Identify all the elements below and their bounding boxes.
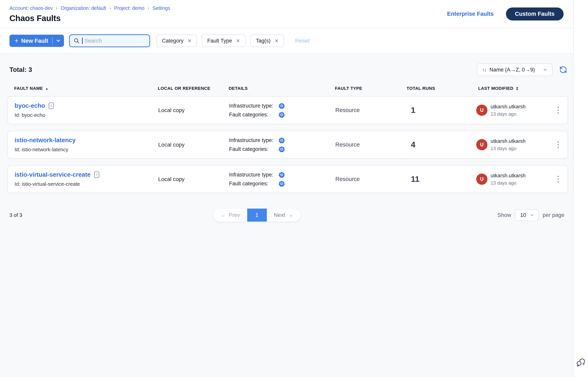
- chevron-down-icon: [530, 213, 534, 217]
- filter-chip-fault-type[interactable]: Fault Type ✕: [202, 35, 246, 47]
- filter-chip-category[interactable]: Category ✕: [157, 35, 197, 47]
- pagination-bar: 3 of 3 ← Prev 1 Next → Show 10 per page: [8, 208, 568, 222]
- column-header-local-or-reference: LOCAL OR REFERENCE: [153, 86, 224, 91]
- breadcrumb-separator: ›: [109, 5, 111, 11]
- page-header: Account: chaos-dev › Organization: defau…: [0, 0, 573, 28]
- row-menu-button[interactable]: [555, 174, 561, 185]
- breadcrumb-separator: ›: [56, 5, 58, 11]
- filter-chip-tags[interactable]: Tag(s) ✕: [250, 35, 284, 47]
- kubernetes-icon: [279, 137, 285, 143]
- close-icon[interactable]: ✕: [274, 38, 279, 44]
- fault-name-link[interactable]: istio-virtual-service-create: [15, 171, 90, 178]
- sort-both-icon: ▲ ▼: [516, 86, 519, 91]
- last-modified-cell: U utkarsh.utkarsh 13 days ago: [474, 166, 549, 193]
- avatar: U: [476, 105, 487, 116]
- table-row: istio-virtual-service-create Id: istio-v…: [8, 165, 568, 193]
- new-fault-label: New Fault: [21, 38, 48, 44]
- manifest-doc-icon[interactable]: [49, 102, 54, 109]
- column-header-details: DETAILS: [224, 86, 330, 91]
- new-fault-dropdown-button[interactable]: [53, 38, 64, 43]
- page-1-button[interactable]: 1: [247, 209, 267, 222]
- fault-type-cell: Resource: [331, 97, 402, 124]
- local-or-reference-cell: Local copy: [154, 166, 224, 193]
- page-size-controls: Show 10 per page: [497, 209, 568, 221]
- fault-type-value: Resource: [335, 141, 360, 148]
- table-header-row: FAULT NAME ▲ LOCAL OR REFERENCE DETAILS …: [8, 83, 568, 94]
- page-size-dropdown[interactable]: 10: [515, 209, 539, 221]
- sort-dropdown[interactable]: ↑↓ Name (A→Z, 0→9): [477, 63, 553, 76]
- fault-categories-label: Fault categories:: [229, 181, 279, 187]
- fault-categories-label: Fault categories:: [229, 146, 279, 152]
- list-controls: Total: 3 ↑↓ Name (A→Z, 0→9): [8, 63, 568, 76]
- fault-categories-label: Fault categories:: [229, 112, 279, 118]
- fault-type-value: Resource: [335, 176, 360, 182]
- chip-label: Tag(s): [256, 38, 271, 44]
- prev-page-button[interactable]: ← Prev: [213, 209, 247, 222]
- new-fault-button[interactable]: + New Fault: [10, 38, 52, 44]
- modified-date: 13 days ago: [491, 180, 526, 186]
- search-input[interactable]: [69, 34, 150, 47]
- row-menu-cell: [549, 166, 567, 193]
- local-or-reference-cell: Local copy: [154, 97, 224, 124]
- fault-id: Id: istio-network-latency: [15, 147, 68, 153]
- column-label: TOTAL RUNS: [407, 86, 435, 91]
- total-runs-value: 1: [411, 106, 415, 115]
- content-area: Total: 3 ↑↓ Name (A→Z, 0→9): [0, 54, 573, 377]
- chat-widget-button[interactable]: [575, 357, 587, 369]
- column-header-fault-type: FAULT TYPE: [330, 86, 402, 91]
- kubernetes-icon: [279, 181, 285, 187]
- local-copy-label: Local copy: [158, 176, 185, 182]
- local-or-reference-cell: Local copy: [154, 131, 224, 158]
- next-page-button[interactable]: Next →: [267, 209, 301, 222]
- row-menu-button[interactable]: [555, 105, 561, 116]
- row-menu-button[interactable]: [555, 139, 561, 150]
- reset-filters-button[interactable]: Reset: [295, 38, 310, 44]
- search-container: [69, 34, 150, 47]
- modified-date: 13 days ago: [491, 146, 526, 151]
- fault-name-link[interactable]: istio-network-latency: [15, 137, 76, 144]
- row-menu-cell: [549, 131, 567, 158]
- new-fault-split-button: + New Fault: [10, 35, 64, 47]
- plus-icon: +: [15, 37, 19, 44]
- total-count: Total: 3: [8, 66, 32, 73]
- per-page-label: per page: [543, 212, 564, 218]
- chat-bubbles-icon: [575, 357, 587, 368]
- modified-by: utkarsh.utkarsh: [491, 173, 526, 179]
- avatar: U: [476, 139, 487, 150]
- avatar: U: [476, 174, 487, 185]
- tab-custom-faults[interactable]: Custom Faults: [506, 8, 564, 21]
- filter-chips: Category ✕ Fault Type ✕ Tag(s) ✕: [157, 35, 284, 47]
- modified-by: utkarsh.utkarsh: [491, 138, 526, 144]
- column-header-fault-name[interactable]: FAULT NAME ▲: [8, 86, 153, 91]
- toolbar: + New Fault Category ✕ Fault Type ✕ T: [0, 28, 573, 54]
- manifest-doc-icon[interactable]: [94, 171, 99, 178]
- arrow-right-icon: →: [288, 212, 294, 218]
- kubernetes-icon: [279, 103, 285, 109]
- refresh-button[interactable]: [558, 65, 568, 74]
- kubernetes-icon: [279, 172, 285, 178]
- close-icon[interactable]: ✕: [236, 38, 240, 44]
- tab-enterprise-faults[interactable]: Enterprise Faults: [447, 11, 494, 17]
- next-label: Next: [274, 212, 285, 218]
- details-cell: Infrastructure type: Fault categories:: [224, 166, 331, 193]
- breadcrumb-settings[interactable]: Settings: [153, 5, 170, 11]
- pager: ← Prev 1 Next →: [213, 209, 301, 222]
- details-cell: Infrastructure type: Fault categories:: [224, 131, 331, 158]
- close-icon[interactable]: ✕: [187, 38, 192, 44]
- refresh-icon: [559, 66, 567, 74]
- total-runs-value: 4: [411, 140, 415, 149]
- show-label: Show: [497, 212, 511, 218]
- column-header-last-modified[interactable]: LAST MODIFIED ▲ ▼: [474, 86, 549, 91]
- details-cell: Infrastructure type: Fault categories:: [224, 97, 331, 124]
- sort-asc-icon: ▲: [45, 87, 48, 90]
- table-row: byoc-echo Id: byoc-echo Local copy Infra…: [8, 96, 568, 124]
- list-controls-right: ↑↓ Name (A→Z, 0→9): [477, 63, 568, 76]
- breadcrumb-account[interactable]: Account: chaos-dev: [10, 5, 53, 11]
- breadcrumb-organization[interactable]: Organization: default: [61, 5, 106, 11]
- breadcrumb-project[interactable]: Project: demo: [114, 5, 145, 11]
- sort-arrows-icon: ↑↓: [482, 67, 486, 73]
- fault-name-cell: byoc-echo Id: byoc-echo: [8, 97, 154, 124]
- kubernetes-icon: [279, 146, 285, 152]
- fault-name-link[interactable]: byoc-echo: [15, 102, 45, 109]
- modified-date: 13 days ago: [491, 111, 526, 117]
